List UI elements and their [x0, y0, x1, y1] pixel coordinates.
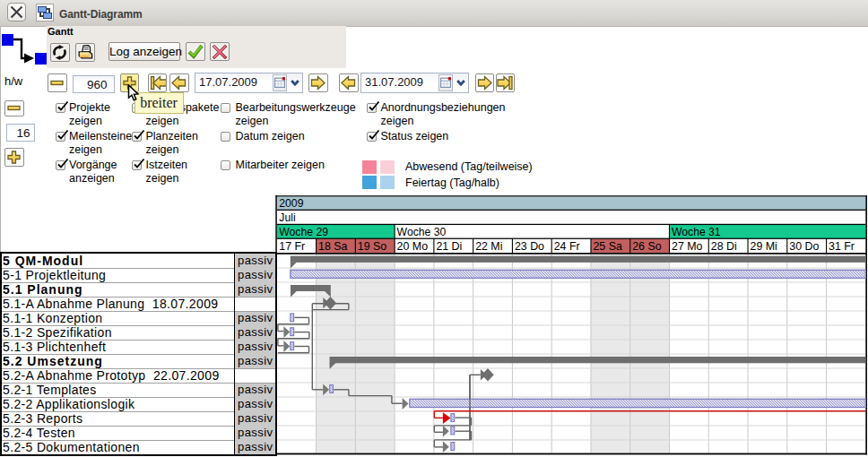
svg-text:21 Di: 21 Di [436, 240, 462, 253]
svg-text:24 Fr: 24 Fr [554, 240, 580, 253]
svg-text:Juli: Juli [279, 211, 295, 224]
svg-text:Woche 30: Woche 30 [397, 226, 447, 238]
svg-text:22 Mi: 22 Mi [475, 240, 502, 253]
svg-text:2009: 2009 [279, 197, 303, 210]
svg-text:26 So: 26 So [632, 240, 661, 253]
svg-text:27 Mo: 27 Mo [672, 240, 703, 253]
svg-text:Woche 31: Woche 31 [672, 226, 721, 238]
svg-text:25 Sa: 25 Sa [593, 240, 621, 253]
svg-text:30 Do: 30 Do [789, 240, 819, 253]
svg-text:29 Mi: 29 Mi [751, 240, 777, 253]
svg-text:20 Mo: 20 Mo [397, 240, 429, 253]
svg-text:18 Sa: 18 Sa [318, 240, 347, 253]
svg-text:19 So: 19 So [358, 240, 386, 253]
svg-text:28 Di: 28 Di [711, 240, 737, 253]
svg-text:23 Do: 23 Do [515, 240, 544, 253]
svg-text:17 Fr: 17 Fr [279, 240, 305, 253]
svg-text:31 Fr: 31 Fr [829, 240, 855, 253]
svg-text:Woche 29: Woche 29 [279, 226, 328, 238]
